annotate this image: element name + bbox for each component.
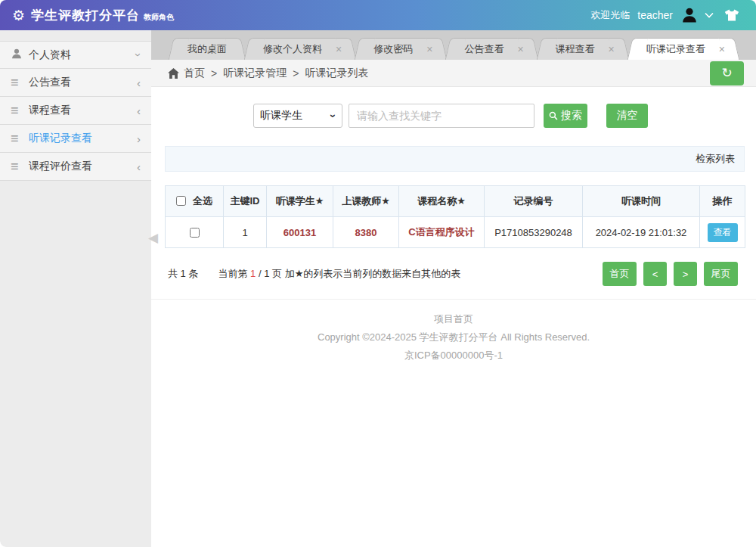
tab-courses[interactable]: 课程查看 × bbox=[547, 38, 619, 60]
breadcrumb-level3: 听课记录列表 bbox=[305, 67, 368, 80]
cell-time: 2024-02-19 21:01:32 bbox=[583, 217, 700, 248]
footer: 项目首页 Copyright ©2024-2025 学生评教打分平台 All R… bbox=[151, 299, 756, 365]
role-badge: 教师角色 bbox=[144, 12, 174, 23]
refresh-button[interactable]: ↻ bbox=[710, 61, 744, 85]
column-select-all: 全选 bbox=[166, 186, 224, 217]
app-title: 学生评教打分平台 bbox=[31, 7, 140, 24]
table-header-row: 全选 主键ID 听课学生★ 上课教师★ 课程名称★ 记录编号 听课时间 操作 bbox=[166, 186, 745, 217]
close-icon[interactable]: × bbox=[719, 43, 725, 55]
tab-bar: 我的桌面 修改个人资料 × 修改密码 × 公告查看 × 课程查看 × bbox=[151, 30, 756, 60]
chevron-right-icon: › bbox=[137, 132, 141, 145]
footer-icp: 京ICP备00000000号-1 bbox=[151, 347, 756, 365]
sidebar-item-label: 课程评价查看 bbox=[29, 160, 92, 173]
column-student: 听课学生★ bbox=[267, 186, 333, 217]
user-menu-chevron-down-icon[interactable] bbox=[705, 12, 714, 18]
clear-button-label: 清空 bbox=[617, 109, 638, 123]
total-count-text: 共 1 条 bbox=[168, 268, 198, 279]
search-bar: 听课学生 › 搜索 清空 bbox=[253, 104, 756, 128]
prev-page-button[interactable]: < bbox=[643, 262, 667, 286]
close-icon[interactable]: × bbox=[609, 43, 615, 55]
cell-student: 600131 bbox=[267, 217, 333, 248]
search-category-select[interactable]: 听课学生 › bbox=[253, 104, 342, 128]
column-header-label: 全选 bbox=[193, 195, 212, 207]
menu-list-icon: ≡ bbox=[11, 76, 29, 89]
refresh-icon: ↻ bbox=[721, 66, 732, 80]
tab-my-desktop[interactable]: 我的桌面 bbox=[178, 38, 236, 60]
sidebar-collapse-handle[interactable]: ◀ bbox=[148, 232, 158, 244]
column-teacher: 上课教师★ bbox=[333, 186, 399, 217]
close-icon[interactable]: × bbox=[336, 43, 342, 55]
tab-label: 修改个人资料 bbox=[259, 42, 327, 56]
last-page-button[interactable]: 尾页 bbox=[704, 262, 738, 286]
search-button-label: 搜索 bbox=[561, 109, 582, 123]
search-icon bbox=[549, 111, 558, 120]
tab-lecture-records[interactable]: 听课记录查看 × bbox=[637, 38, 730, 60]
first-page-button[interactable]: 首页 bbox=[603, 262, 637, 286]
chevron-left-icon: ‹ bbox=[137, 104, 141, 117]
cell-course: C语言程序设计 bbox=[399, 217, 485, 248]
close-icon[interactable]: × bbox=[517, 43, 523, 55]
pagination-bar: 共 1 条当前第 1 / 1 页 加★的列表示当前列的数据来自其他的表 首页 <… bbox=[165, 262, 745, 286]
welcome-text: 欢迎光临 bbox=[590, 8, 630, 22]
tab-label: 修改密码 bbox=[369, 42, 417, 56]
breadcrumb-level2: 听课记录管理 bbox=[223, 67, 287, 80]
user-avatar-icon[interactable] bbox=[680, 6, 699, 24]
column-time: 听课时间 bbox=[583, 186, 700, 217]
cell-actions: 查看 bbox=[700, 217, 745, 248]
tab-label: 我的桌面 bbox=[183, 42, 231, 56]
home-icon bbox=[168, 68, 179, 79]
clear-button[interactable]: 清空 bbox=[606, 104, 648, 128]
sidebar-item-profile[interactable]: 个人资料 › bbox=[0, 41, 151, 69]
sidebar-item-lecture-records[interactable]: ≡ 听课记录查看 › bbox=[0, 125, 151, 153]
panel-title: 检索列表 bbox=[696, 152, 735, 166]
footer-home-link[interactable]: 项目首页 bbox=[151, 310, 756, 328]
sidebar-item-announcements[interactable]: ≡ 公告查看 ‹ bbox=[0, 69, 151, 97]
row-checkbox[interactable] bbox=[190, 228, 200, 238]
select-all-checkbox[interactable] bbox=[176, 196, 186, 206]
records-table: 全选 主键ID 听课学生★ 上课教师★ 课程名称★ 记录编号 听课时间 操作 bbox=[165, 185, 745, 248]
column-actions: 操作 bbox=[700, 186, 745, 217]
menu-list-icon: ≡ bbox=[11, 160, 29, 173]
list-panel: 检索列表 全选 主键ID 听课学生★ bbox=[165, 146, 745, 286]
tab-change-password[interactable]: 修改密码 × bbox=[364, 38, 437, 60]
sidebar-item-label: 课程查看 bbox=[29, 104, 71, 117]
pagination-info: 共 1 条当前第 1 / 1 页 加★的列表示当前列的数据来自其他的表 bbox=[165, 267, 460, 281]
footer-copyright: Copyright ©2024-2025 学生评教打分平台 All Rights… bbox=[151, 328, 756, 347]
tab-edit-profile[interactable]: 修改个人资料 × bbox=[254, 38, 346, 60]
total-pages-text: / 1 页 bbox=[259, 268, 282, 279]
gear-icon: ⚙ bbox=[12, 8, 25, 23]
next-page-button[interactable]: > bbox=[674, 262, 697, 286]
panel-header: 检索列表 bbox=[165, 146, 745, 172]
tab-announcements[interactable]: 公告查看 × bbox=[455, 38, 528, 60]
sidebar-item-courses[interactable]: ≡ 课程查看 ‹ bbox=[0, 97, 151, 125]
search-input[interactable] bbox=[349, 104, 534, 128]
pager-buttons: 首页 < > 尾页 bbox=[603, 262, 738, 286]
current-page-number: 1 bbox=[250, 268, 256, 279]
menu-list-icon: ≡ bbox=[11, 132, 29, 145]
sidebar-item-label: 个人资料 bbox=[29, 48, 71, 62]
cell-record-no: P1710853290248 bbox=[485, 217, 583, 248]
row-select-cell bbox=[166, 217, 224, 248]
cell-id: 1 bbox=[224, 217, 267, 248]
breadcrumb-separator: > bbox=[293, 67, 299, 79]
top-header: ⚙ 学生评教打分平台 教师角色 欢迎光临 teacher bbox=[0, 0, 756, 30]
view-button[interactable]: 查看 bbox=[708, 223, 738, 242]
breadcrumb: 首页 > 听课记录管理 > 听课记录列表 ↻ bbox=[151, 60, 756, 87]
menu-list-icon: ≡ bbox=[11, 104, 29, 117]
search-button[interactable]: 搜索 bbox=[544, 104, 587, 128]
sidebar: 个人资料 › ≡ 公告查看 ‹ ≡ 课程查看 ‹ ≡ 听课记录查看 › ≡ 课程… bbox=[0, 30, 151, 547]
current-page-prefix: 当前第 bbox=[218, 268, 247, 279]
sidebar-item-label: 听课记录查看 bbox=[29, 132, 92, 145]
cell-teacher: 8380 bbox=[333, 217, 399, 248]
select-caret-icon: › bbox=[328, 114, 340, 118]
app-window: ⚙ 学生评教打分平台 教师角色 欢迎光临 teacher 个人资料 › ≡ bbox=[0, 0, 756, 547]
column-record-no: 记录编号 bbox=[485, 186, 583, 217]
close-icon[interactable]: × bbox=[426, 43, 432, 55]
breadcrumb-home[interactable]: 首页 bbox=[184, 67, 205, 80]
selected-option: 听课学生 bbox=[260, 109, 302, 123]
main-content: 我的桌面 修改个人资料 × 修改密码 × 公告查看 × 课程查看 × bbox=[151, 30, 756, 547]
table-row: 1 600131 8380 C语言程序设计 P1710853290248 202… bbox=[166, 217, 745, 248]
sidebar-item-course-evaluations[interactable]: ≡ 课程评价查看 ‹ bbox=[0, 153, 151, 181]
theme-tshirt-icon[interactable] bbox=[724, 8, 739, 22]
tab-label: 听课记录查看 bbox=[642, 42, 710, 56]
